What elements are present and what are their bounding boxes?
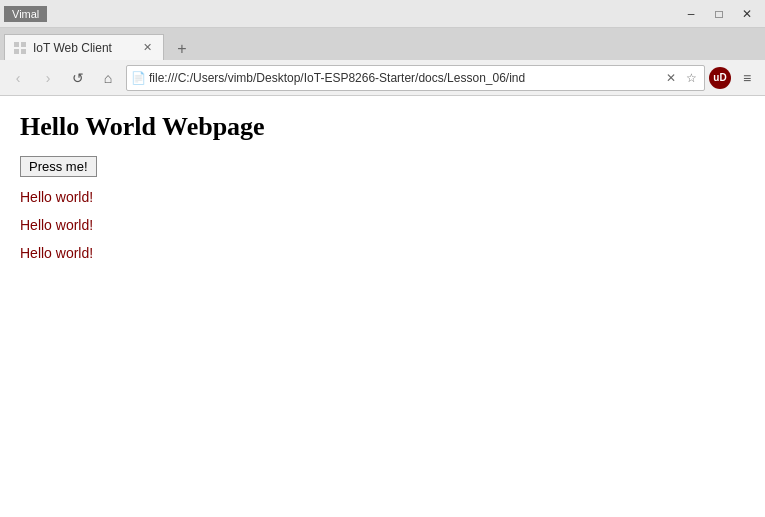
address-input[interactable]: [149, 71, 662, 85]
star-icon[interactable]: ☆: [682, 69, 700, 87]
user-label: Vimal: [4, 6, 47, 22]
ublock-label: uD: [713, 72, 726, 83]
ublock-icon[interactable]: uD: [709, 67, 731, 89]
restore-button[interactable]: □: [705, 0, 733, 28]
back-button[interactable]: ‹: [4, 64, 32, 92]
hello-line-3: Hello world!: [20, 245, 745, 261]
tab-label: IoT Web Client: [33, 41, 135, 55]
new-tab-button[interactable]: +: [168, 38, 196, 60]
close-button[interactable]: ✕: [733, 0, 761, 28]
page-heading: Hello World Webpage: [20, 112, 745, 142]
hello-line-2: Hello world!: [20, 217, 745, 233]
minimize-button[interactable]: –: [677, 0, 705, 28]
press-me-button[interactable]: Press me!: [20, 156, 97, 177]
address-actions: ✕ ☆: [662, 69, 700, 87]
forward-button[interactable]: ›: [34, 64, 62, 92]
title-bar: Vimal – □ ✕: [0, 0, 765, 28]
home-button[interactable]: ⌂: [94, 64, 122, 92]
reload-button[interactable]: ↺: [64, 64, 92, 92]
tab-close-button[interactable]: ✕: [139, 40, 155, 56]
address-bar-container: 📄 ✕ ☆: [126, 65, 705, 91]
menu-button[interactable]: ≡: [733, 64, 761, 92]
tab-bar: IoT Web Client ✕ +: [0, 28, 765, 60]
hello-lines: Hello world! Hello world! Hello world!: [20, 189, 745, 261]
browser-tab[interactable]: IoT Web Client ✕: [4, 34, 164, 60]
address-file-icon: 📄: [131, 71, 146, 85]
hello-line-1: Hello world!: [20, 189, 745, 205]
cancel-load-icon[interactable]: ✕: [662, 69, 680, 87]
browser-content: Hello World Webpage Press me! Hello worl…: [0, 96, 765, 517]
tab-favicon-icon: [13, 41, 27, 55]
nav-bar: ‹ › ↺ ⌂ 📄 ✕ ☆ uD ≡: [0, 60, 765, 96]
